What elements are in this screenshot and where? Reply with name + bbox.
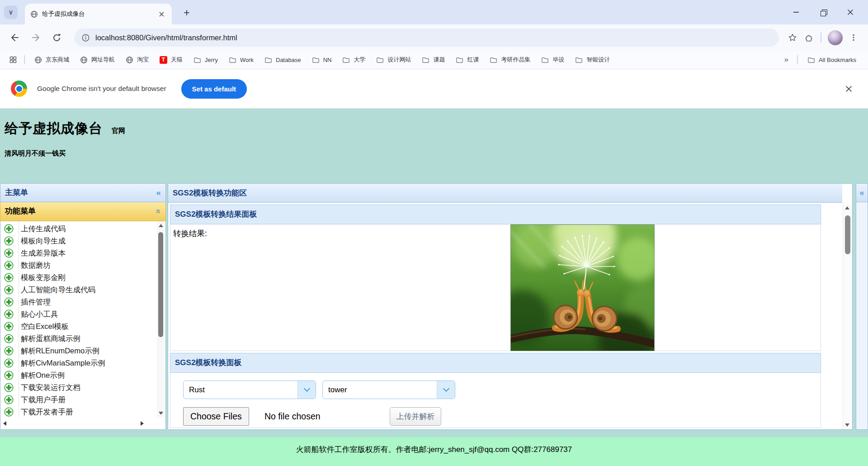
main-panel: SGS2模板转换功能区 SGS2模板转换结果面板 转换结果:: [168, 183, 853, 430]
folder-icon: [376, 56, 384, 64]
globe-icon: [34, 56, 42, 64]
sidebar-item[interactable]: 解析蛋糕商城示例: [0, 333, 155, 345]
source-language-select[interactable]: Rust: [183, 380, 316, 399]
sidebar-item[interactable]: 下载开发者手册: [0, 406, 155, 418]
bookmark-folder[interactable]: Jerry: [188, 53, 223, 67]
reload-button[interactable]: [48, 29, 65, 46]
scroll-up-arrow-icon[interactable]: [845, 206, 849, 209]
scroll-right-arrow-icon[interactable]: [141, 421, 144, 426]
sidebar-item[interactable]: 解析CivMariaSample示例: [0, 357, 155, 369]
green-plus-icon: [4, 358, 14, 368]
green-plus-icon: [4, 383, 14, 392]
bookmark-folder[interactable]: 课题: [416, 53, 450, 67]
sidebar-item[interactable]: 数据磨坊: [0, 259, 155, 271]
bookmark-folder[interactable]: 毕设: [536, 53, 570, 67]
sidebar-item[interactable]: 贴心小工具: [0, 308, 155, 320]
upload-parse-button[interactable]: 上传并解析: [390, 407, 441, 426]
sidebar-item[interactable]: 空白Excel模板: [0, 320, 155, 333]
collapse-up-icon[interactable]: «: [150, 209, 168, 214]
sidebar-item[interactable]: 解析RLEnumDemo示例: [0, 345, 155, 357]
sidebar-menu-list-container: 上传生成代码 模板向导生成 生成差异版本 数据磨坊 模板变形金刚 人工智能向导生…: [0, 221, 166, 430]
chevron-down-icon: [443, 385, 449, 392]
sidebar-item[interactable]: 模板向导生成: [0, 235, 155, 247]
sidebar-menu-list: 上传生成代码 模板向导生成 生成差异版本 数据磨坊 模板变形金刚 人工智能向导生…: [0, 223, 155, 418]
window-controls: [785, 0, 862, 24]
browser-menu-button[interactable]: [845, 29, 862, 46]
sidebar-item[interactable]: 人工智能向导生成代码: [0, 284, 155, 296]
sidebar-item[interactable]: 下载安装运行文档: [0, 381, 155, 394]
browser-toolbar: localhost:8080/Given/html/transformer.ht…: [0, 24, 868, 51]
reload-icon: [52, 33, 61, 43]
sidebar-item[interactable]: 模板变形金刚: [0, 271, 155, 284]
back-button[interactable]: [6, 29, 24, 46]
target-framework-select[interactable]: tower: [322, 380, 455, 399]
sidebar-horizontal-scrollbar[interactable]: [0, 418, 165, 429]
sidebar: 主菜单 « 功能菜单 « 上传生成代码 模板向导生成 生成差异版本 数据磨坊 模…: [0, 183, 166, 430]
scroll-left-arrow-icon[interactable]: [3, 421, 6, 426]
tab-close-icon[interactable]: [156, 9, 166, 19]
all-bookmarks-button[interactable]: All Bookmarks: [802, 53, 862, 67]
bookmark-folder[interactable]: 红课: [450, 53, 484, 67]
globe-favicon-icon: [30, 10, 38, 18]
apps-grid-button[interactable]: [6, 53, 20, 67]
bookmarks-divider: [24, 55, 25, 64]
close-icon: [847, 9, 854, 15]
site-info-icon[interactable]: [81, 33, 90, 42]
bookmark-item[interactable]: 京东商城: [29, 53, 75, 67]
main-vertical-scrollbar[interactable]: [843, 204, 852, 429]
restore-icon: [821, 10, 826, 15]
browser-tab[interactable]: 给予虚拟成像台: [25, 4, 172, 24]
combo-arrow-button[interactable]: [297, 381, 316, 399]
folder-icon: [490, 56, 497, 64]
address-bar[interactable]: localhost:8080/Given/html/transformer.ht…: [74, 29, 779, 47]
sidebar-vertical-scrollbar[interactable]: [157, 221, 165, 418]
scroll-down-arrow-icon[interactable]: [845, 423, 849, 427]
expand-left-button[interactable]: «: [856, 183, 868, 202]
bookmarks-overflow-button[interactable]: »: [779, 55, 793, 64]
sidebar-item[interactable]: 生成差异版本: [0, 247, 155, 259]
restore-button[interactable]: [812, 3, 835, 21]
scroll-down-arrow-icon[interactable]: [159, 412, 163, 415]
bookmark-folder[interactable]: NN: [307, 53, 337, 67]
new-tab-button[interactable]: +: [180, 6, 193, 19]
official-site-link[interactable]: 官网: [112, 127, 125, 134]
scrollbar-thumb[interactable]: [158, 232, 163, 337]
green-plus-icon: [4, 346, 14, 356]
bookmark-folder[interactable]: 考研作品集: [484, 53, 536, 67]
bookmark-folder[interactable]: 大学: [337, 53, 371, 67]
tab-search-button[interactable]: ∨: [4, 5, 18, 19]
sidebar-item[interactable]: 下载用户手册: [0, 394, 155, 406]
bookmark-item[interactable]: T 天猫: [154, 53, 188, 67]
extensions-button[interactable]: [801, 29, 817, 46]
green-plus-icon: [4, 334, 14, 343]
bookmark-item[interactable]: 网址导航: [75, 53, 120, 67]
bookmark-folder[interactable]: Database: [259, 53, 307, 67]
folder-icon: [342, 56, 350, 64]
chrome-logo-icon: [11, 81, 27, 97]
banner-close-button[interactable]: [841, 81, 856, 96]
sidebar-item[interactable]: 上传生成代码: [0, 223, 155, 235]
folder-icon: [541, 56, 549, 64]
scrollbar-thumb[interactable]: [845, 215, 850, 254]
bookmark-folder[interactable]: 智能设计: [570, 53, 615, 67]
sidebar-item[interactable]: 插件管理: [0, 296, 155, 308]
url-text[interactable]: localhost:8080/Given/html/transformer.ht…: [95, 33, 237, 42]
bookmark-folder[interactable]: 设计网站: [371, 53, 416, 67]
choose-files-button[interactable]: Choose Files: [183, 407, 249, 426]
green-plus-icon: [4, 285, 14, 295]
bookmark-item[interactable]: 淘宝: [120, 53, 154, 67]
minimize-button[interactable]: [785, 3, 807, 21]
forward-button[interactable]: [27, 29, 44, 46]
sidebar-item[interactable]: 解析One示例: [0, 369, 155, 381]
minimize-icon: [793, 9, 799, 15]
combo-arrow-button[interactable]: [437, 381, 455, 399]
bookmark-folder[interactable]: Work: [223, 53, 259, 67]
set-as-default-button[interactable]: Set as default: [181, 79, 247, 99]
scroll-up-arrow-icon[interactable]: [159, 224, 163, 227]
tab-title: 给予虚拟成像台: [42, 10, 152, 18]
profile-avatar[interactable]: [828, 30, 843, 45]
bookmark-star-button[interactable]: [784, 29, 801, 46]
collapse-left-icon[interactable]: «: [156, 184, 161, 202]
close-window-button[interactable]: [839, 3, 862, 21]
sidebar-func-menu-header[interactable]: 功能菜单 «: [0, 202, 166, 221]
